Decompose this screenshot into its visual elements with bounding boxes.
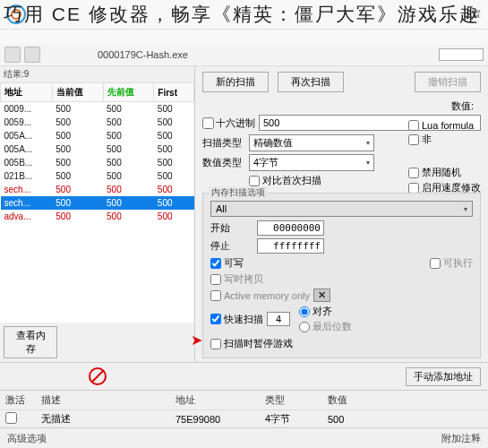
manual-add-button[interactable]: 手动添加地址 (406, 367, 481, 386)
col-active[interactable]: 激活 (5, 393, 41, 407)
mem-opts-label: 内存扫描选项 (209, 186, 268, 199)
col-type[interactable]: 类型 (265, 393, 328, 407)
svg-line-3 (92, 371, 103, 382)
region-select[interactable]: All▾ (210, 201, 473, 217)
process-name: 0000179C-Hash.exe (98, 49, 188, 60)
chevron-down-icon: ▾ (464, 205, 467, 213)
toolbar: 0000179C-Hash.exe (0, 44, 488, 66)
compare-first-checkbox[interactable]: 对比首次扫描 (249, 174, 321, 187)
save-icon[interactable] (24, 47, 40, 63)
col-first[interactable]: First (154, 83, 194, 102)
cheat-table[interactable]: 激活 描述 地址 类型 数值 无描述 75E99080 4字节 500 (0, 390, 488, 427)
fast-scan-checkbox[interactable]: 快速扫描 (210, 313, 263, 326)
table-row[interactable]: adva...500500500 (1, 210, 194, 223)
copy-on-write-checkbox[interactable]: 写时拷贝 (210, 272, 263, 286)
results-table[interactable]: 地址 当前值 先前值 First 0009...5005005000059...… (0, 82, 194, 323)
svg-point-0 (7, 5, 25, 23)
last-digits-radio[interactable]: 最后位数 (299, 320, 352, 333)
scan-panel: 新的扫描 再次扫描 撤销扫描 数值: 十六进制 扫描类型 精确数值▾ 数值类型 … (195, 66, 488, 362)
no-random-checkbox[interactable]: 禁用随机 (408, 166, 481, 179)
middle-toolbar: 手动添加地址 (0, 362, 488, 390)
col-value[interactable]: 数值 (328, 393, 347, 407)
scan-type-label: 扫描类型 (202, 136, 245, 150)
chevron-down-icon: ▾ (366, 159, 370, 167)
col-addr[interactable]: 地址 (176, 393, 265, 407)
col-previous[interactable]: 先前值 (103, 83, 154, 102)
value-label: 数值: (451, 100, 474, 111)
table-row[interactable]: sech...500500500 (1, 183, 194, 196)
new-scan-button[interactable]: 新的扫描 (202, 72, 269, 92)
next-scan-button[interactable]: 再次扫描 (278, 72, 344, 92)
fast-scan-value[interactable] (267, 312, 290, 326)
table-row[interactable]: 005A...500500500 (1, 142, 194, 156)
start-label: 开始 (210, 221, 253, 235)
results-panel: 结果:9 地址 当前值 先前值 First 0009...50050050000… (0, 66, 195, 362)
scan-type-select[interactable]: 精确数值▾ (249, 134, 374, 151)
clear-active-button[interactable]: ✕ (313, 289, 330, 302)
value-type-select[interactable]: 4字节▾ (249, 154, 374, 171)
cheat-engine-icon (5, 4, 27, 25)
table-row[interactable]: 005B...500500500 (1, 156, 194, 169)
col-address[interactable]: 地址 (1, 83, 53, 102)
result-count: 结果:9 (0, 66, 194, 82)
aligned-radio[interactable]: 对齐 (299, 305, 352, 318)
memory-scan-options: 内存扫描选项 All▾ 开始 停止 可写 可执行 写时拷贝 Active mem (202, 193, 481, 358)
open-process-icon[interactable] (4, 47, 21, 63)
menu-bar[interactable] (0, 30, 488, 44)
advanced-options-link[interactable]: 高级选项 (7, 432, 47, 445)
table-row[interactable]: 021B...500500500 (1, 169, 194, 183)
lua-formula-checkbox[interactable]: Lua formula (408, 120, 481, 131)
svg-point-1 (12, 10, 21, 19)
active-memory-checkbox[interactable]: Active memory only (210, 290, 310, 301)
pause-game-checkbox[interactable]: 扫描时暂停游戏 (210, 337, 293, 350)
chevron-down-icon: ▾ (366, 139, 370, 147)
red-arrow-icon: ➤ (191, 332, 202, 349)
scan-progress (439, 48, 484, 61)
stop-label: 停止 (210, 239, 253, 253)
add-comment-link[interactable]: 附加注释 (441, 432, 481, 445)
view-memory-button[interactable]: 查看内存 (4, 326, 57, 358)
undo-scan-button[interactable]: 撤销扫描 (415, 72, 481, 92)
table-row[interactable]: 0009...500500500 (1, 102, 194, 116)
cheat-row[interactable]: 无描述 75E99080 4字节 500 (0, 410, 488, 427)
title-bar: 设置 (0, 0, 488, 30)
status-bar: 高级选项 附加注释 (0, 427, 488, 448)
writable-checkbox[interactable]: 可写 (210, 256, 253, 270)
col-current[interactable]: 当前值 (52, 83, 103, 102)
table-row[interactable]: 0059...500500500 (1, 116, 194, 129)
hex-checkbox[interactable]: 十六进制 (202, 116, 255, 130)
active-checkbox[interactable] (5, 412, 17, 424)
not-checkbox[interactable]: 非 (408, 133, 481, 146)
settings-link[interactable]: 设置 (463, 8, 481, 21)
start-address-input[interactable] (257, 220, 324, 236)
table-row[interactable]: 005A...500500500 (1, 129, 194, 142)
table-row[interactable]: sech...500500500 (1, 196, 194, 210)
executable-checkbox[interactable]: 可执行 (430, 256, 473, 270)
value-type-label: 数值类型 (202, 156, 245, 169)
col-desc[interactable]: 描述 (41, 393, 176, 407)
no-entry-icon[interactable] (88, 366, 107, 386)
stop-address-input[interactable] (257, 238, 324, 254)
